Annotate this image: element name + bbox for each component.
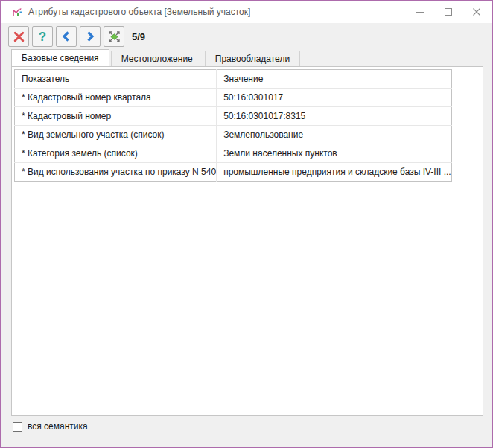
tab-panel-basic-info: Показатель Значение * Кадастровый номер … xyxy=(11,66,483,416)
tab-location[interactable]: Местоположение xyxy=(111,51,203,66)
tab-label: Правообладатели xyxy=(215,54,290,64)
delete-object-button[interactable] xyxy=(8,26,29,47)
table-header-row: Показатель Значение xyxy=(15,70,452,89)
tab-label: Местоположение xyxy=(121,54,193,64)
attribute-name-cell[interactable]: * Кадастровый номер квартала xyxy=(15,89,217,107)
attribute-value-cell[interactable]: 50:16:0301017 xyxy=(217,89,452,107)
maximize-button[interactable] xyxy=(434,1,462,23)
expand-arrows-icon xyxy=(107,30,121,44)
footer: вся семантика xyxy=(13,420,88,432)
chevron-right-icon xyxy=(84,31,96,42)
tabstrip: Базовые сведения Местоположение Правообл… xyxy=(11,50,302,66)
tab-right-holders[interactable]: Правообладатели xyxy=(205,51,300,66)
table-row[interactable]: * Кадастровый номер 50:16:0301017:8315 xyxy=(15,107,452,126)
attribute-value-cell[interactable]: промышленные предприятия и складские баз… xyxy=(217,163,452,182)
table-row[interactable]: * Вид земельного участка (список) Землеп… xyxy=(15,126,452,144)
previous-object-button[interactable] xyxy=(56,26,77,47)
table-row[interactable]: * Кадастровый номер квартала 50:16:03010… xyxy=(15,89,452,107)
minimize-icon xyxy=(416,12,424,13)
column-header-indicator: Показатель xyxy=(15,70,217,89)
attribute-name-cell[interactable]: * Вид земельного участка (список) xyxy=(15,126,217,144)
zoom-to-object-button[interactable] xyxy=(104,26,124,47)
all-semantics-label: вся семантика xyxy=(28,421,88,432)
attributes-table: Показатель Значение * Кадастровый номер … xyxy=(14,69,452,182)
app-icon xyxy=(11,7,22,18)
dialog-window: Атрибуты кадастрового объекта [Земельный… xyxy=(0,0,493,448)
tab-label: Базовые сведения xyxy=(22,53,99,63)
chevron-left-icon xyxy=(60,31,72,42)
window-title: Атрибуты кадастрового объекта [Земельный… xyxy=(28,7,250,17)
table-row[interactable]: * Категория земель (список) Земли населе… xyxy=(15,144,452,163)
all-semantics-checkbox[interactable] xyxy=(13,422,22,432)
window-controls xyxy=(406,1,491,23)
attribute-value-cell[interactable]: 50:16:0301017:8315 xyxy=(217,107,452,126)
red-cross-icon xyxy=(13,31,25,43)
close-icon xyxy=(472,7,481,16)
attribute-name-cell[interactable]: * Кадастровый номер xyxy=(15,107,217,126)
toolbar: ? 5/9 xyxy=(8,26,145,47)
maximize-icon xyxy=(445,8,452,16)
help-button[interactable]: ? xyxy=(32,26,53,47)
record-counter: 5/9 xyxy=(132,31,145,42)
column-header-value: Значение xyxy=(217,70,452,89)
close-button[interactable] xyxy=(462,1,491,23)
minimize-button[interactable] xyxy=(406,1,434,23)
attribute-value-cell[interactable]: Земли населенных пунктов xyxy=(217,144,452,163)
attribute-value-cell[interactable]: Землепользование xyxy=(217,126,452,144)
attribute-name-cell[interactable]: * Категория земель (список) xyxy=(15,144,217,163)
attribute-name-cell[interactable]: * Вид использования участка по приказу N… xyxy=(15,163,217,182)
tab-basic-info[interactable]: Базовые сведения xyxy=(11,49,109,66)
next-object-button[interactable] xyxy=(80,26,101,47)
table-row[interactable]: * Вид использования участка по приказу N… xyxy=(15,163,452,182)
question-icon: ? xyxy=(39,31,46,43)
titlebar: Атрибуты кадастрового объекта [Земельный… xyxy=(1,1,492,23)
